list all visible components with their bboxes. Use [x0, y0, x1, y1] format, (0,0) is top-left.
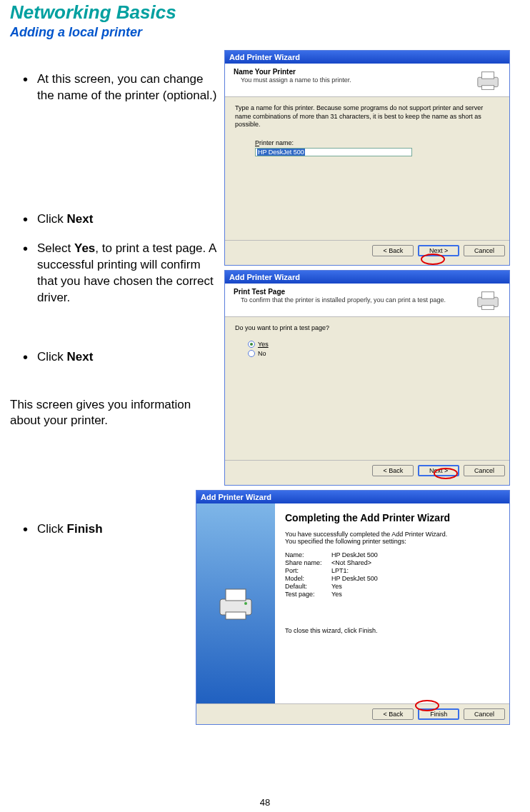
instruction-step-2: Click Next [23, 211, 217, 228]
printer-name-label: Printer name: [255, 139, 499, 146]
radio-yes-label: Yes [258, 341, 269, 348]
finish-button[interactable]: Finish [418, 708, 459, 720]
setting-row-model: Model:HP DeskJet 500 [285, 575, 499, 582]
setting-row-share: Share name:<Not Shared> [285, 559, 499, 566]
window-titlebar[interactable]: Add Printer Wizard [196, 491, 509, 503]
window-title: Add Printer Wizard [229, 53, 300, 61]
radio-yes[interactable] [248, 341, 255, 348]
wizard-header-title: Print Test Page [234, 288, 475, 296]
wizard-final-body: Completing the Add Printer Wizard You ha… [275, 503, 509, 703]
wizard-body: Type a name for this printer. Because so… [225, 97, 509, 240]
instruction-step-3: Select Yes, to print a test page. A succ… [23, 241, 217, 306]
back-button[interactable]: < Back [372, 708, 414, 720]
back-button[interactable]: < Back [372, 245, 414, 256]
radio-no[interactable] [248, 350, 255, 357]
svg-rect-7 [226, 589, 246, 601]
wizard-header-subtitle: You must assign a name to this printer. [241, 76, 475, 84]
wizard-footer: < Back Next > Cancel [225, 240, 509, 261]
radio-no-label: No [258, 350, 266, 357]
wizard-final-text1: You have successfully completed the Add … [285, 531, 499, 538]
svg-point-9 [244, 602, 247, 605]
setting-row-default: Default:Yes [285, 583, 499, 590]
page-subtitle: Adding a local printer [10, 25, 520, 40]
next-button[interactable]: Next > [418, 245, 459, 256]
window-title: Add Printer Wizard [229, 273, 300, 281]
setting-row-testpage: Test page:Yes [285, 591, 499, 598]
cancel-button[interactable]: Cancel [464, 245, 505, 256]
window-title: Add Printer Wizard [201, 493, 271, 501]
svg-rect-1 [481, 72, 494, 79]
window-titlebar[interactable]: Add Printer Wizard [225, 51, 509, 64]
instruction-step-4: Click Next [23, 349, 217, 366]
setting-row-port: Port:LPT1: [285, 567, 499, 574]
window-titlebar[interactable]: Add Printer Wizard [225, 271, 509, 284]
wizard-header: Print Test Page To confirm that the prin… [225, 284, 509, 317]
instruction-step-5: This screen gives you information about … [10, 397, 217, 428]
radio-yes-row[interactable]: Yes [248, 341, 499, 348]
cancel-button[interactable]: Cancel [464, 465, 505, 476]
wizard-final-layout: Completing the Add Printer Wizard You ha… [196, 503, 509, 703]
wizard-header-subtitle: To confirm that the printer is installed… [241, 296, 475, 304]
wizard-footer: < Back Finish Cancel [196, 703, 509, 724]
svg-rect-4 [481, 292, 494, 299]
cancel-button[interactable]: Cancel [464, 708, 505, 720]
wizard-close-text: To close this wizard, click Finish. [285, 627, 499, 634]
wizard-final-text2: You specified the following printer sett… [285, 538, 499, 545]
content-area: At this screen, you can change the name … [10, 50, 520, 729]
wizard-body-text: Type a name for this printer. Because so… [235, 104, 499, 129]
printer-icon [475, 288, 502, 312]
printer-name-input[interactable]: HP DeskJet 500 [255, 148, 412, 156]
svg-rect-2 [481, 86, 494, 90]
svg-rect-5 [481, 306, 494, 310]
wizard-completing: Add Printer Wizard Completing the Add Pr… [196, 490, 510, 725]
instruction-column: At this screen, you can change the name … [10, 50, 224, 729]
wizard-footer: < Back Next > Cancel [225, 460, 509, 481]
wizard-name-printer: Add Printer Wizard Name Your Printer You… [224, 50, 510, 266]
wizard-test-page: Add Printer Wizard Print Test Page To co… [224, 270, 510, 486]
radio-no-row[interactable]: No [248, 350, 499, 357]
instruction-step-6: Click Finish [23, 521, 217, 538]
page-title: Networking Basics [10, 1, 520, 24]
printer-large-icon [214, 582, 257, 625]
next-button[interactable]: Next > [418, 465, 459, 476]
back-button[interactable]: < Back [372, 465, 414, 476]
setting-row-name: Name:HP DeskJet 500 [285, 551, 499, 558]
instruction-step-1: At this screen, you can change the name … [23, 71, 217, 104]
printer-icon [475, 68, 502, 92]
wizard-body-text: Do you want to print a test page? [235, 324, 499, 333]
wizard-header: Name Your Printer You must assign a name… [225, 64, 509, 97]
wizard-final-title: Completing the Add Printer Wizard [285, 512, 499, 523]
wizard-body: Do you want to print a test page? Yes No [225, 317, 509, 460]
svg-rect-8 [226, 612, 246, 619]
wizard-header-title: Name Your Printer [234, 68, 475, 76]
screenshots-column: Add Printer Wizard Name Your Printer You… [224, 50, 510, 729]
page-number: 48 [0, 797, 530, 808]
